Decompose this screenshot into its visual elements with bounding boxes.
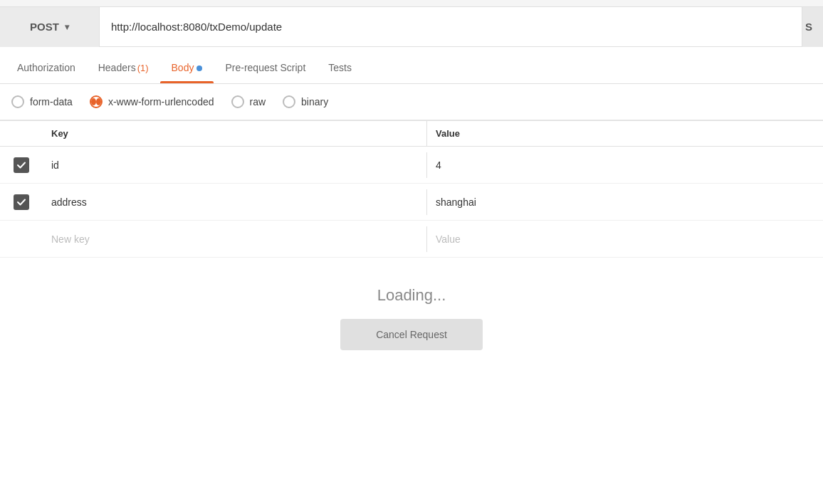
tab-body[interactable]: Body: [160, 52, 214, 83]
td-key-0[interactable]: id: [43, 152, 427, 178]
tab-tests-label: Tests: [328, 62, 352, 73]
radio-binary[interactable]: binary: [283, 95, 328, 108]
tab-headers-label: Headers: [98, 62, 136, 73]
table-row: id 4: [0, 147, 823, 184]
body-type-options: form-data x-www-form-urlencoded raw bina…: [0, 84, 823, 120]
radio-circle-form-data: [11, 95, 24, 108]
td-value-0[interactable]: 4: [427, 152, 823, 178]
url-input[interactable]: [100, 7, 802, 46]
radio-circle-raw: [231, 95, 244, 108]
new-param-row: New key Value: [0, 221, 823, 258]
tab-headers[interactable]: Headers(1): [87, 52, 160, 83]
th-key: Key: [43, 121, 427, 146]
th-check: [0, 121, 43, 146]
radio-label-form-data: form-data: [30, 96, 73, 107]
method-chevron: ▾: [65, 22, 69, 32]
radio-label-raw: raw: [250, 96, 266, 107]
method-dropdown[interactable]: POST ▾: [0, 7, 100, 47]
checkmark-icon: [16, 160, 26, 170]
tab-headers-badge: (1): [137, 63, 149, 73]
tab-body-label: Body: [172, 62, 194, 73]
td-check-1: [0, 194, 43, 210]
td-value-new[interactable]: Value: [427, 226, 823, 252]
th-value: Value: [427, 121, 823, 146]
tab-prerequest-label: Pre-request Script: [225, 62, 305, 73]
top-bar: [0, 0, 823, 7]
tabs-row: Authorization Headers(1) Body Pre-reques…: [0, 47, 823, 84]
checkbox-0[interactable]: [14, 157, 29, 173]
cancel-request-label: Cancel Request: [376, 329, 447, 340]
table-row: address shanghai: [0, 184, 823, 221]
send-button-partial[interactable]: S: [802, 7, 823, 47]
tab-prerequest[interactable]: Pre-request Script: [214, 52, 317, 83]
checkmark-icon: [16, 197, 26, 207]
params-table: Key Value id 4 address shanghai New: [0, 120, 823, 258]
url-bar-row: POST ▾ S: [0, 7, 823, 47]
radio-form-data[interactable]: form-data: [11, 95, 73, 108]
radio-label-binary: binary: [301, 96, 328, 107]
loading-section: Loading... Cancel Request: [0, 258, 823, 364]
cancel-request-button[interactable]: Cancel Request: [340, 319, 483, 350]
tab-authorization-label: Authorization: [17, 62, 75, 73]
loading-text: Loading...: [377, 286, 446, 305]
checkbox-1[interactable]: [14, 194, 29, 210]
tab-body-dot: [196, 65, 202, 71]
td-value-1[interactable]: shanghai: [427, 189, 823, 215]
radio-x-www-form-urlencoded[interactable]: x-www-form-urlencoded: [90, 95, 214, 108]
radio-label-x-www: x-www-form-urlencoded: [108, 96, 214, 107]
td-key-1[interactable]: address: [43, 189, 427, 215]
method-label: POST: [30, 21, 59, 33]
table-header-row: Key Value: [0, 121, 823, 147]
radio-circle-x-www: [90, 95, 103, 108]
tab-authorization[interactable]: Authorization: [6, 52, 87, 83]
tab-tests[interactable]: Tests: [317, 52, 363, 83]
td-check-0: [0, 157, 43, 173]
radio-circle-binary: [283, 95, 295, 108]
td-key-new[interactable]: New key: [43, 226, 427, 252]
radio-raw[interactable]: raw: [231, 95, 266, 108]
